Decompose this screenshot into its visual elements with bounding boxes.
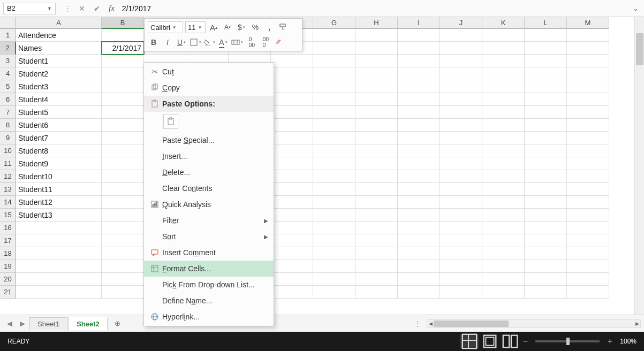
cell-A20[interactable]	[16, 273, 102, 286]
cell-L21[interactable]	[525, 286, 567, 299]
cell-M14[interactable]	[567, 196, 609, 209]
cell-J14[interactable]	[440, 196, 482, 209]
cell-B10[interactable]	[102, 144, 144, 157]
cell-I12[interactable]	[398, 170, 440, 183]
tab-options[interactable]: ⋮	[414, 319, 421, 327]
zoom-in-button[interactable]: +	[605, 337, 615, 346]
cell-G15[interactable]	[313, 209, 355, 222]
row-header-8[interactable]: 8	[0, 119, 16, 132]
cell-J18[interactable]	[440, 247, 482, 260]
column-header-B[interactable]: B	[102, 17, 144, 29]
currency-button[interactable]: $	[236, 21, 247, 33]
cell-J9[interactable]	[440, 132, 482, 144]
cell-L1[interactable]	[525, 29, 567, 42]
cell-F5[interactable]	[271, 80, 313, 93]
cell-H16[interactable]	[355, 222, 398, 234]
cell-I18[interactable]	[398, 247, 440, 260]
row-header-7[interactable]: 7	[0, 106, 16, 119]
view-page-break-button[interactable]	[501, 334, 519, 348]
cell-L10[interactable]	[525, 144, 567, 157]
cell-K1[interactable]	[482, 29, 525, 42]
clear-format-button[interactable]	[273, 36, 285, 48]
cell-H8[interactable]	[355, 119, 398, 132]
cell-K9[interactable]	[482, 132, 525, 144]
row-header-5[interactable]: 5	[0, 80, 16, 93]
cell-F3[interactable]	[271, 55, 313, 67]
cell-I15[interactable]	[398, 209, 440, 222]
cell-I17[interactable]	[398, 234, 440, 247]
cell-H17[interactable]	[355, 234, 398, 247]
cell-B17[interactable]	[102, 234, 144, 247]
cell-A9[interactable]: Student7	[16, 132, 102, 144]
zoom-slider[interactable]	[535, 340, 600, 342]
cell-H1[interactable]	[355, 29, 398, 42]
context-clear-contents[interactable]: Clear Contents	[144, 180, 274, 196]
cell-I4[interactable]	[398, 67, 440, 80]
cell-M5[interactable]	[567, 80, 609, 93]
cell-J6[interactable]	[440, 93, 482, 106]
cell-H13[interactable]	[355, 183, 398, 196]
row-header-2[interactable]: 2	[0, 42, 16, 55]
fill-color-button[interactable]	[203, 36, 215, 48]
cell-K19[interactable]	[482, 260, 525, 273]
cell-K3[interactable]	[482, 55, 525, 67]
context-filter[interactable]: Filter▶	[144, 212, 274, 228]
border-button[interactable]	[190, 36, 201, 48]
cell-H5[interactable]	[355, 80, 398, 93]
cell-G19[interactable]	[313, 260, 355, 273]
cell-K4[interactable]	[482, 67, 525, 80]
cell-A1[interactable]: Attendence	[16, 29, 102, 42]
cell-K7[interactable]	[482, 106, 525, 119]
cell-A3[interactable]: Student1	[16, 55, 102, 67]
percent-button[interactable]: %	[249, 21, 261, 33]
cell-G8[interactable]	[313, 119, 355, 132]
cell-F13[interactable]	[271, 183, 313, 196]
cell-B6[interactable]	[102, 93, 144, 106]
cell-F16[interactable]	[271, 222, 313, 234]
cell-F18[interactable]	[271, 247, 313, 260]
cell-G5[interactable]	[313, 80, 355, 93]
sheet-tab-sheet1[interactable]: Sheet1	[29, 317, 67, 330]
cell-A5[interactable]: Student3	[16, 80, 102, 93]
cell-L17[interactable]	[525, 234, 567, 247]
cell-H20[interactable]	[355, 273, 398, 286]
cell-B11[interactable]	[102, 157, 144, 170]
cell-G12[interactable]	[313, 170, 355, 183]
context-copy[interactable]: Copy	[144, 80, 274, 96]
cell-K14[interactable]	[482, 196, 525, 209]
cell-B7[interactable]	[102, 106, 144, 119]
row-header-10[interactable]: 10	[0, 144, 16, 157]
cell-B5[interactable]	[102, 80, 144, 93]
cell-L18[interactable]	[525, 247, 567, 260]
cell-I10[interactable]	[398, 144, 440, 157]
cell-L3[interactable]	[525, 55, 567, 67]
context-delete[interactable]: Delete...	[144, 164, 274, 180]
cell-H3[interactable]	[355, 55, 398, 67]
cell-L16[interactable]	[525, 222, 567, 234]
cell-L20[interactable]	[525, 273, 567, 286]
cell-J19[interactable]	[440, 260, 482, 273]
view-page-layout-button[interactable]	[481, 334, 499, 348]
cell-J15[interactable]	[440, 209, 482, 222]
cell-L7[interactable]	[525, 106, 567, 119]
cell-B14[interactable]	[102, 196, 144, 209]
row-header-16[interactable]: 16	[0, 222, 16, 234]
row-header-17[interactable]: 17	[0, 234, 16, 247]
cell-M7[interactable]	[567, 106, 609, 119]
cell-M20[interactable]	[567, 273, 609, 286]
cell-G16[interactable]	[313, 222, 355, 234]
cell-K8[interactable]	[482, 119, 525, 132]
cell-K17[interactable]	[482, 234, 525, 247]
cell-K6[interactable]	[482, 93, 525, 106]
cell-L14[interactable]	[525, 196, 567, 209]
cell-H14[interactable]	[355, 196, 398, 209]
cell-K21[interactable]	[482, 286, 525, 299]
cell-H2[interactable]	[355, 42, 398, 55]
cell-B2[interactable]: 2/1/2017	[102, 42, 144, 55]
accept-formula-button[interactable]: ✔	[90, 3, 103, 14]
cell-A18[interactable]	[16, 247, 102, 260]
context-cut[interactable]: ✂ Cut	[144, 64, 274, 80]
select-all-corner[interactable]	[0, 17, 16, 29]
cell-M10[interactable]	[567, 144, 609, 157]
cell-L19[interactable]	[525, 260, 567, 273]
